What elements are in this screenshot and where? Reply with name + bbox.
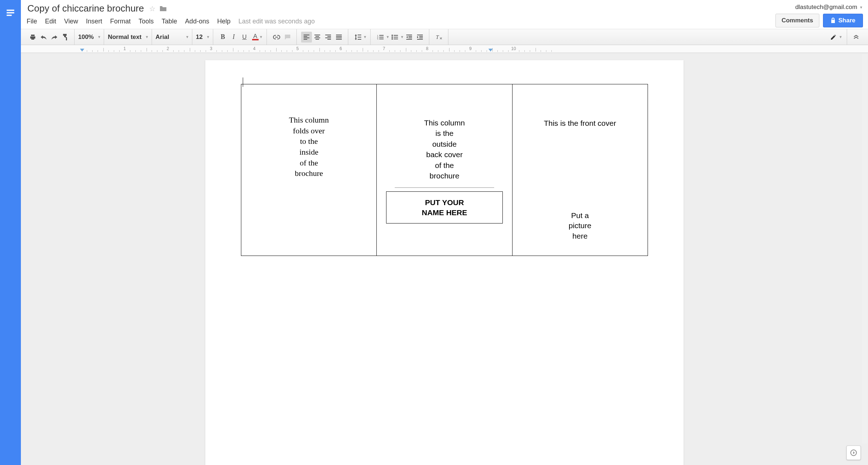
svg-rect-16 xyxy=(336,35,342,35)
svg-rect-3 xyxy=(7,15,12,16)
last-edit-status[interactable]: Last edit was seconds ago xyxy=(238,18,315,25)
folder-icon[interactable] xyxy=(159,5,167,12)
workspace: |1|2|3|4|5|6|7|8|9|10| This column folds… xyxy=(21,45,868,465)
name-placeholder-box[interactable]: PUT YOUR NAME HERE xyxy=(386,191,502,223)
svg-rect-1 xyxy=(7,10,14,11)
caret-down-icon[interactable]: ▼ xyxy=(259,35,263,39)
brochure-column-1[interactable]: This column folds over to the inside of … xyxy=(241,84,377,256)
col3-picture-placeholder[interactable]: Put a picture here xyxy=(520,211,640,241)
insert-link-button[interactable] xyxy=(271,32,282,43)
collapse-toolbar-button[interactable] xyxy=(851,32,862,43)
caret-down-icon: ▼ xyxy=(97,35,101,39)
svg-rect-15 xyxy=(327,39,331,40)
align-left-button[interactable] xyxy=(301,32,312,43)
svg-point-26 xyxy=(392,35,393,36)
comments-button[interactable]: Comments xyxy=(775,14,819,27)
zoom-dropdown[interactable]: 100% ▼ xyxy=(75,29,104,45)
line-spacing-button[interactable] xyxy=(353,32,363,43)
caret-down-icon[interactable]: ▼ xyxy=(386,35,389,39)
svg-rect-33 xyxy=(408,36,412,37)
svg-rect-35 xyxy=(406,39,412,40)
explore-button[interactable] xyxy=(846,446,861,460)
print-button[interactable] xyxy=(27,32,38,43)
decrease-indent-button[interactable] xyxy=(404,32,415,43)
menu-tools[interactable]: Tools xyxy=(139,18,154,25)
star-icon[interactable]: ☆ xyxy=(149,4,156,13)
menu-file[interactable]: File xyxy=(27,18,37,25)
caret-down-icon: ▼ xyxy=(206,35,210,39)
caret-down-icon[interactable]: ▼ xyxy=(363,35,367,39)
svg-rect-9 xyxy=(316,36,319,37)
svg-rect-6 xyxy=(304,37,309,38)
caret-down-icon[interactable]: ▼ xyxy=(839,35,842,39)
col3-title[interactable]: This is the front cover xyxy=(520,119,640,128)
svg-rect-29 xyxy=(394,35,398,36)
numbered-list-button[interactable]: 123 xyxy=(375,32,386,43)
svg-rect-30 xyxy=(394,37,398,37)
svg-rect-10 xyxy=(314,37,320,38)
svg-rect-12 xyxy=(325,35,331,35)
svg-rect-25 xyxy=(379,39,384,39)
bulleted-list-button[interactable] xyxy=(389,32,400,43)
italic-button[interactable]: I xyxy=(228,32,239,43)
font-size-dropdown[interactable]: 12 ▼ xyxy=(193,29,213,45)
share-button[interactable]: Share xyxy=(823,14,863,27)
insert-comment-button[interactable] xyxy=(282,32,293,43)
svg-rect-34 xyxy=(408,37,412,38)
svg-rect-11 xyxy=(316,39,319,40)
align-right-button[interactable] xyxy=(323,32,334,43)
page[interactable]: This column folds over to the inside of … xyxy=(205,60,684,465)
menu-addons[interactable]: Add-ons xyxy=(185,18,209,25)
bold-button[interactable]: B xyxy=(218,32,228,43)
share-label: Share xyxy=(838,17,855,24)
horizontal-ruler[interactable]: |1|2|3|4|5|6|7|8|9|10| xyxy=(21,45,868,53)
caret-down-icon: ▼ xyxy=(859,5,863,9)
font-dropdown[interactable]: Arial ▼ xyxy=(153,29,192,45)
brochure-column-2[interactable]: This column is the outside back cover of… xyxy=(377,84,512,256)
increase-indent-button[interactable] xyxy=(415,32,425,43)
menu-view[interactable]: View xyxy=(64,18,78,25)
svg-rect-31 xyxy=(394,39,398,39)
svg-rect-2 xyxy=(7,12,14,13)
svg-rect-38 xyxy=(419,37,423,38)
svg-rect-5 xyxy=(304,36,307,37)
undo-button[interactable] xyxy=(38,32,49,43)
svg-rect-37 xyxy=(419,36,423,37)
user-account[interactable]: dlastutech@gmail.com ▼ xyxy=(795,4,863,11)
menu-help[interactable]: Help xyxy=(217,18,231,25)
menu-format[interactable]: Format xyxy=(110,18,131,25)
col2-text[interactable]: This column is the outside back cover of… xyxy=(384,118,505,181)
toolbar: 100% ▼ Normal text ▼ Arial ▼ 12 ▼ B I U … xyxy=(21,29,868,45)
menu-insert[interactable]: Insert xyxy=(86,18,102,25)
caret-down-icon: ▼ xyxy=(185,35,189,39)
svg-rect-24 xyxy=(379,37,384,37)
paint-format-button[interactable] xyxy=(60,32,71,43)
vertical-scrollbar[interactable] xyxy=(862,54,867,443)
caret-down-icon: ▼ xyxy=(145,35,149,39)
menu-edit[interactable]: Edit xyxy=(45,18,56,25)
svg-rect-4 xyxy=(304,35,309,35)
underline-button[interactable]: U xyxy=(239,32,250,43)
brochure-table[interactable]: This column folds over to the inside of … xyxy=(241,84,648,256)
clear-formatting-button[interactable]: T✕ xyxy=(434,32,444,43)
svg-text:3: 3 xyxy=(377,38,379,40)
align-center-button[interactable] xyxy=(312,32,323,43)
menu-bar: File Edit View Insert Format Tools Table… xyxy=(26,15,775,29)
svg-point-27 xyxy=(392,36,393,38)
redo-button[interactable] xyxy=(49,32,60,43)
svg-text:T: T xyxy=(436,34,439,40)
docs-logo[interactable] xyxy=(0,0,21,465)
document-title[interactable]: Copy of chiccarine brochure xyxy=(26,2,146,15)
menu-table[interactable]: Table xyxy=(162,18,177,25)
svg-rect-17 xyxy=(336,36,342,37)
editing-mode-button[interactable] xyxy=(828,32,839,43)
caret-down-icon[interactable]: ▼ xyxy=(400,35,404,39)
font-size-value: 12 xyxy=(196,34,203,41)
style-value: Normal text xyxy=(108,34,142,41)
document-canvas[interactable]: This column folds over to the inside of … xyxy=(21,53,868,465)
svg-text:✕: ✕ xyxy=(439,36,442,40)
align-justify-button[interactable] xyxy=(334,32,344,43)
brochure-column-3[interactable]: This is the front cover Put a picture he… xyxy=(513,84,648,256)
col1-text[interactable]: This column folds over to the inside of … xyxy=(249,115,369,179)
style-dropdown[interactable]: Normal text ▼ xyxy=(105,29,152,45)
